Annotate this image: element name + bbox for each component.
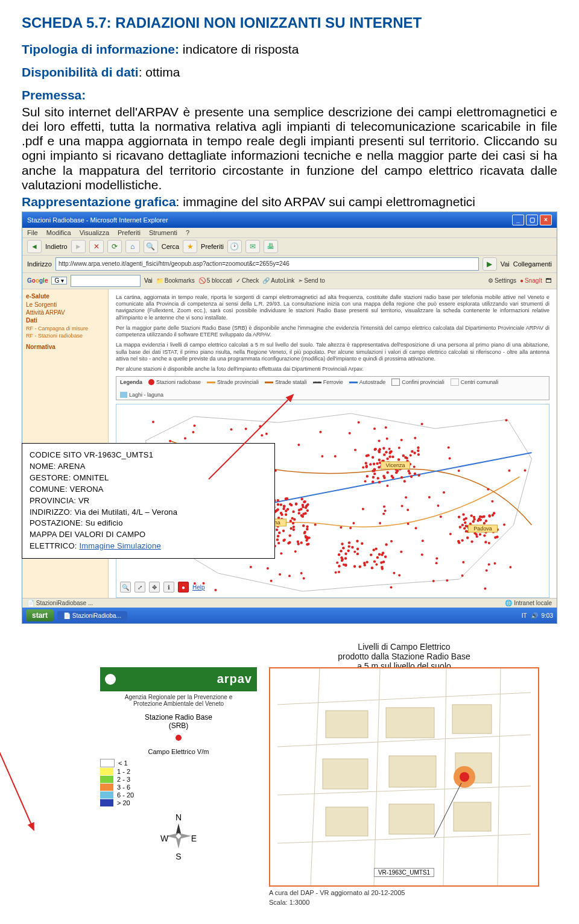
google-dropdown[interactable]: G ▾ bbox=[51, 277, 67, 284]
svg-point-375 bbox=[437, 504, 440, 507]
popup-blocked[interactable]: 🚫 5 bloccati bbox=[198, 277, 232, 284]
svg-point-331 bbox=[342, 547, 344, 549]
mail-icon[interactable]: ✉ bbox=[245, 240, 260, 253]
stop-button[interactable]: ✕ bbox=[89, 240, 104, 253]
svg-point-479 bbox=[435, 562, 438, 565]
snagit-window-icon[interactable]: 🗔 bbox=[546, 277, 552, 284]
menu-item[interactable]: Strumenti bbox=[149, 229, 177, 236]
codice-label: CODICE SITO bbox=[30, 450, 84, 459]
links-label[interactable]: Collegamenti bbox=[513, 260, 552, 268]
help-icon[interactable]: ● bbox=[178, 582, 189, 592]
pan-icon[interactable]: ✥ bbox=[149, 582, 160, 592]
svg-point-371 bbox=[505, 420, 508, 422]
menu-item[interactable]: Preferiti bbox=[118, 229, 141, 236]
svg-point-218 bbox=[372, 456, 374, 459]
search-icon[interactable]: 🔍 bbox=[144, 240, 158, 253]
zoom-out-icon[interactable]: ⤢ bbox=[134, 582, 145, 592]
menu-item[interactable]: ? bbox=[186, 229, 189, 236]
back-button[interactable]: ◄ bbox=[27, 240, 42, 253]
svg-point-151 bbox=[283, 539, 286, 541]
svg-point-354 bbox=[382, 552, 384, 555]
svg-rect-510 bbox=[386, 708, 434, 738]
svg-point-235 bbox=[372, 481, 374, 483]
settings-button[interactable]: ⚙ Settings bbox=[488, 277, 516, 284]
svg-point-296 bbox=[462, 514, 464, 516]
svg-point-343 bbox=[353, 565, 356, 568]
help-link[interactable]: Help bbox=[192, 584, 205, 591]
go-label: Vai bbox=[501, 260, 510, 268]
menu-item[interactable]: Visualizza bbox=[80, 229, 109, 236]
city-label: Padova bbox=[473, 526, 492, 532]
gestore-value: OMNITEL bbox=[73, 473, 109, 482]
simulazione-link[interactable]: Immagine Simulazione bbox=[79, 541, 161, 550]
svg-point-449 bbox=[421, 554, 423, 556]
arpav-logo-icon bbox=[105, 674, 116, 685]
back-label: Indietro bbox=[45, 243, 68, 250]
taskbar: start 📄 StazioniRadioba... IT 🔊 9:03 bbox=[22, 608, 557, 623]
google-search-input[interactable] bbox=[71, 275, 141, 287]
svg-point-464 bbox=[414, 437, 416, 439]
snagit-button[interactable]: ● SnagIt bbox=[520, 277, 542, 284]
address-input[interactable] bbox=[55, 257, 479, 271]
check-button[interactable]: ✓ Check bbox=[236, 277, 259, 284]
sidebar-item[interactable]: Attività ARPAV bbox=[26, 309, 104, 316]
minimize-button[interactable]: _ bbox=[512, 215, 524, 225]
svg-point-265 bbox=[461, 539, 463, 542]
svg-point-339 bbox=[356, 553, 359, 555]
sidebar-head[interactable]: Dati bbox=[26, 317, 104, 324]
menu-item[interactable]: Modifica bbox=[46, 229, 71, 236]
svg-point-294 bbox=[479, 519, 482, 521]
ce-legend-row: 1 - 2 bbox=[100, 768, 257, 775]
svg-point-50 bbox=[283, 505, 285, 508]
sidebar-item[interactable]: Le Sorgenti bbox=[26, 301, 104, 308]
menu-item[interactable]: File bbox=[27, 229, 38, 236]
maximize-button[interactable]: ▢ bbox=[526, 215, 538, 225]
autolink-button[interactable]: 🔗 AutoLink bbox=[262, 277, 294, 284]
sidebar-item[interactable]: RF - Campagna di misure bbox=[26, 325, 104, 332]
tray-lang[interactable]: IT bbox=[522, 612, 527, 619]
svg-point-106 bbox=[301, 498, 303, 500]
home-button[interactable]: ⌂ bbox=[125, 240, 140, 253]
google-go[interactable]: Vai bbox=[144, 277, 153, 284]
svg-point-434 bbox=[321, 455, 323, 457]
sidebar-item[interactable]: RF - Stazioni radiobase bbox=[26, 333, 104, 339]
sidebar-head[interactable]: e-Salute bbox=[26, 293, 104, 300]
svg-point-416 bbox=[214, 589, 217, 591]
zoom-in-icon[interactable]: 🔍 bbox=[120, 582, 131, 592]
tray-icon[interactable]: 🔊 bbox=[531, 612, 538, 619]
svg-point-351 bbox=[384, 556, 387, 558]
svg-point-467 bbox=[448, 447, 450, 449]
info-icon[interactable]: ℹ bbox=[163, 582, 174, 592]
rappresentazione-label: Rappresentazione grafica bbox=[22, 195, 176, 209]
compass-icon bbox=[165, 822, 192, 850]
go-button[interactable]: ▶ bbox=[482, 257, 497, 271]
forward-button[interactable]: ► bbox=[71, 240, 86, 253]
svg-point-199 bbox=[391, 456, 394, 458]
svg-point-72 bbox=[293, 529, 295, 531]
close-button[interactable]: × bbox=[540, 215, 552, 225]
svg-point-426 bbox=[378, 440, 381, 442]
sidebar-head[interactable]: Normativa bbox=[26, 344, 104, 350]
favorites-icon[interactable]: ★ bbox=[183, 240, 197, 253]
svg-point-160 bbox=[300, 542, 303, 544]
print-icon[interactable]: 🖶 bbox=[264, 240, 278, 253]
svg-point-368 bbox=[359, 565, 361, 568]
svg-point-25 bbox=[293, 526, 295, 528]
start-button[interactable]: start bbox=[26, 609, 54, 621]
sendto-button[interactable]: ➣ Send to bbox=[298, 277, 324, 284]
svg-point-406 bbox=[388, 448, 391, 450]
taskbar-item[interactable]: 📄 StazioniRadioba... bbox=[57, 611, 127, 620]
bookmarks-button[interactable]: 📁 Bookmarks bbox=[156, 277, 195, 284]
refresh-button[interactable]: ⟳ bbox=[107, 240, 122, 253]
ce-swatch-icon bbox=[100, 759, 115, 767]
svg-point-124 bbox=[306, 503, 309, 506]
tipologia-line: Tipologia di informazione: indicatore di… bbox=[22, 42, 557, 57]
svg-point-252 bbox=[458, 516, 460, 518]
svg-point-404 bbox=[265, 433, 268, 435]
svg-point-94 bbox=[297, 543, 300, 545]
svg-point-332 bbox=[385, 544, 387, 546]
svg-point-391 bbox=[503, 524, 505, 526]
provincia-label: PROVINCIA: bbox=[30, 496, 78, 505]
svg-point-23 bbox=[298, 512, 300, 515]
history-icon[interactable]: 🕑 bbox=[227, 240, 242, 253]
